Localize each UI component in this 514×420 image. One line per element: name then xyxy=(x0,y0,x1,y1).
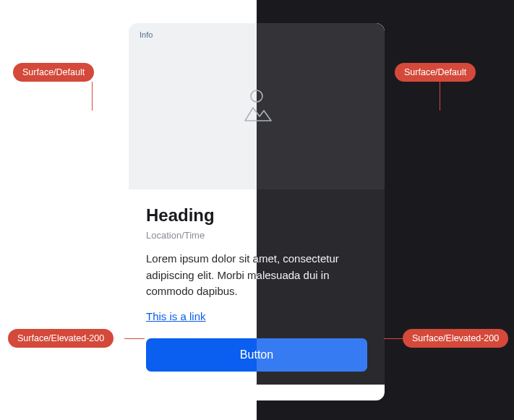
annotation-surface-elevated-right: Surface/Elevated-200 xyxy=(403,329,508,348)
card-body-text: Lorem ipsum dolor sit amet, consectetur … xyxy=(146,251,367,300)
annotation-surface-default-left: Surface/Default xyxy=(13,63,94,82)
annotation-surface-default-right: Surface/Default xyxy=(395,63,476,82)
button-dark-half xyxy=(257,338,367,372)
card: Info Heading Location/Time Lorem ipsum d… xyxy=(129,23,385,400)
card-body: Heading Location/Time Lorem ipsum dolor … xyxy=(129,189,385,385)
card-heading: Heading xyxy=(146,205,367,226)
svg-point-0 xyxy=(251,90,262,102)
annotation-surface-elevated-left: Surface/Elevated-200 xyxy=(8,329,113,348)
annotation-line xyxy=(440,82,440,111)
card-subheading: Location/Time xyxy=(146,230,367,241)
annotation-line xyxy=(92,82,93,111)
card-button[interactable]: Button xyxy=(146,338,367,372)
info-badge: Info xyxy=(134,28,158,41)
card-link[interactable]: This is a link xyxy=(146,310,206,322)
card-image-placeholder xyxy=(129,23,385,189)
annotation-line xyxy=(124,338,145,339)
annotation-line xyxy=(384,338,403,339)
image-placeholder-icon xyxy=(236,89,277,124)
